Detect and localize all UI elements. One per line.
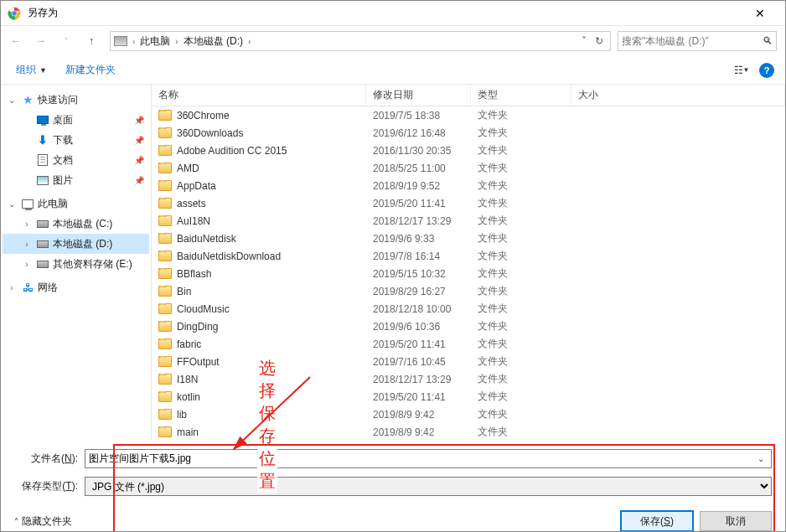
back-button[interactable]: ←: [4, 29, 28, 53]
chevron-right-icon: ›: [173, 37, 179, 46]
file-row[interactable]: 360Downloads2019/6/12 16:48文件夹: [152, 124, 785, 142]
tree-item-drive-c[interactable]: › 本地磁盘 (C:): [3, 214, 149, 234]
breadcrumb[interactable]: › 此电脑 › 本地磁盘 (D:) › ˅ ↻: [110, 31, 611, 51]
new-folder-button[interactable]: 新建文件夹: [59, 59, 122, 80]
file-row[interactable]: assets2019/5/20 11:41文件夹: [152, 194, 785, 212]
tree-item-pictures[interactable]: 图片 📌: [3, 170, 149, 190]
file-type: 文件夹: [471, 108, 571, 122]
file-date: 2019/7/8 16:14: [366, 251, 471, 262]
expand-icon[interactable]: ›: [21, 260, 33, 269]
search-box[interactable]: 🔍︎: [618, 31, 777, 51]
file-row[interactable]: CloudMusic2018/12/18 10:00文件夹: [152, 300, 785, 318]
file-type: 文件夹: [471, 302, 571, 316]
pin-icon: 📌: [134, 156, 144, 165]
file-name: AuI18N: [177, 215, 210, 227]
file-row[interactable]: DingDing2019/9/6 10:36文件夹: [152, 318, 785, 335]
file-row[interactable]: kotlin2019/5/20 11:41文件夹: [152, 388, 785, 405]
file-name: DingDing: [177, 321, 218, 333]
file-type: 文件夹: [471, 249, 571, 263]
file-row[interactable]: Bin2019/8/29 16:27文件夹: [152, 282, 785, 300]
file-date: 2018/5/25 11:00: [366, 163, 471, 174]
refresh-button[interactable]: ↻: [592, 32, 607, 50]
collapse-icon[interactable]: ⌄: [6, 199, 18, 209]
save-button[interactable]: 保存(S): [621, 511, 693, 531]
filename-field[interactable]: ⌄: [85, 449, 772, 468]
forward-button: →: [29, 29, 53, 53]
filename-input[interactable]: [89, 453, 754, 465]
file-name: 360Downloads: [177, 127, 243, 139]
help-button[interactable]: ?: [757, 60, 777, 80]
folder-icon: [158, 110, 172, 121]
recent-dropdown[interactable]: ˅: [54, 29, 78, 53]
column-type[interactable]: 类型: [471, 85, 571, 106]
file-date: 2019/7/16 10:45: [366, 356, 471, 368]
tree-item-desktop[interactable]: 桌面 📌: [3, 110, 149, 130]
file-row[interactable]: lib2019/8/9 9:42文件夹: [152, 405, 785, 423]
folder-icon: [158, 198, 172, 209]
file-row[interactable]: AppData2018/9/19 9:52文件夹: [152, 177, 785, 194]
file-list: 名称 修改日期 类型 大小 360Chrome2019/7/5 18:38文件夹…: [152, 85, 785, 441]
expand-icon[interactable]: ›: [21, 220, 33, 229]
organize-button[interactable]: 组织 ▼: [9, 59, 54, 80]
folder-icon: [158, 145, 172, 156]
close-button[interactable]: ✕: [741, 1, 778, 26]
title-bar: 另存为 ✕: [1, 1, 785, 26]
breadcrumb-item[interactable]: 本地磁盘 (D:): [180, 34, 246, 49]
folder-icon: [158, 303, 172, 314]
file-row[interactable]: FFOutput2019/7/16 10:45文件夹: [152, 353, 785, 370]
search-input[interactable]: [622, 35, 763, 47]
tree-this-pc[interactable]: ⌄ 此电脑: [3, 194, 149, 214]
file-row[interactable]: main2019/8/9 9:42文件夹: [152, 423, 785, 441]
file-name: BBflash: [177, 268, 211, 280]
expand-icon[interactable]: ›: [6, 283, 18, 292]
file-name: Adobe Audition CC 2015: [177, 145, 287, 157]
file-row[interactable]: BaiduNetdiskDownload2019/7/8 16:14文件夹: [152, 247, 785, 265]
filename-row: 文件名(N): ⌄: [14, 449, 772, 468]
file-type: 文件夹: [471, 231, 571, 245]
file-date: 2018/12/17 13:29: [366, 374, 471, 385]
up-button[interactable]: ↑: [80, 29, 103, 53]
folder-icon: [158, 180, 172, 191]
file-row[interactable]: AMD2018/5/25 11:00文件夹: [152, 159, 785, 177]
search-icon[interactable]: 🔍︎: [763, 35, 773, 47]
folder-icon: [158, 338, 172, 349]
breadcrumb-dropdown[interactable]: ˅: [577, 32, 592, 50]
folder-icon: [158, 356, 172, 367]
file-row[interactable]: fabric2019/5/20 11:41文件夹: [152, 335, 785, 353]
file-type: 文件夹: [471, 266, 571, 281]
column-name[interactable]: 名称: [152, 85, 366, 106]
tree-item-downloads[interactable]: ⬇ 下载 📌: [3, 130, 149, 150]
tree-item-drive-e[interactable]: › 其他资料存储 (E:): [3, 254, 149, 274]
hide-folders-button[interactable]: ˄ 隐藏文件夹: [14, 514, 72, 529]
folder-icon: [158, 127, 172, 138]
save-form: 文件名(N): ⌄ 保存类型(T): JPG 文件 (*.jpg): [1, 441, 785, 496]
file-row[interactable]: I18N2018/12/17 13:29文件夹: [152, 370, 785, 388]
file-name: AMD: [177, 163, 199, 174]
file-date: 2019/9/6 9:33: [366, 233, 471, 245]
view-options-button[interactable]: ☷▼: [732, 60, 752, 80]
tree-quick-access[interactable]: ⌄ ★ 快速访问: [3, 90, 149, 110]
file-row[interactable]: 360Chrome2019/7/5 18:38文件夹: [152, 106, 785, 124]
chevron-right-icon: ›: [131, 37, 137, 46]
expand-icon[interactable]: ›: [21, 240, 33, 249]
file-row[interactable]: Adobe Audition CC 20152016/11/30 20:35文件…: [152, 142, 785, 159]
tree-network[interactable]: › 🖧 网络: [3, 277, 149, 297]
column-size[interactable]: 大小: [571, 85, 785, 106]
filetype-row: 保存类型(T): JPG 文件 (*.jpg): [14, 477, 772, 496]
folder-tree[interactable]: ⌄ ★ 快速访问 桌面 📌 ⬇ 下载 📌 文档 📌: [1, 85, 152, 441]
column-date[interactable]: 修改日期: [366, 85, 471, 106]
file-row[interactable]: BaiduNetdisk2019/9/6 9:33文件夹: [152, 230, 785, 247]
cancel-button[interactable]: 取消: [700, 511, 772, 531]
file-row[interactable]: AuI18N2018/12/17 13:29文件夹: [152, 212, 785, 230]
breadcrumb-item[interactable]: 此电脑: [137, 34, 173, 49]
file-list-body[interactable]: 360Chrome2019/7/5 18:38文件夹360Downloads20…: [152, 106, 785, 441]
file-type: 文件夹: [471, 178, 571, 193]
tree-item-drive-d[interactable]: › 本地磁盘 (D:): [3, 234, 149, 254]
drive-icon: [36, 217, 49, 230]
filename-dropdown[interactable]: ⌄: [754, 454, 768, 463]
picture-icon: [36, 173, 49, 187]
filetype-select[interactable]: JPG 文件 (*.jpg): [85, 477, 772, 496]
collapse-icon[interactable]: ⌄: [6, 96, 18, 105]
tree-item-documents[interactable]: 文档 📌: [3, 150, 149, 170]
file-row[interactable]: BBflash2019/5/15 10:32文件夹: [152, 265, 785, 282]
